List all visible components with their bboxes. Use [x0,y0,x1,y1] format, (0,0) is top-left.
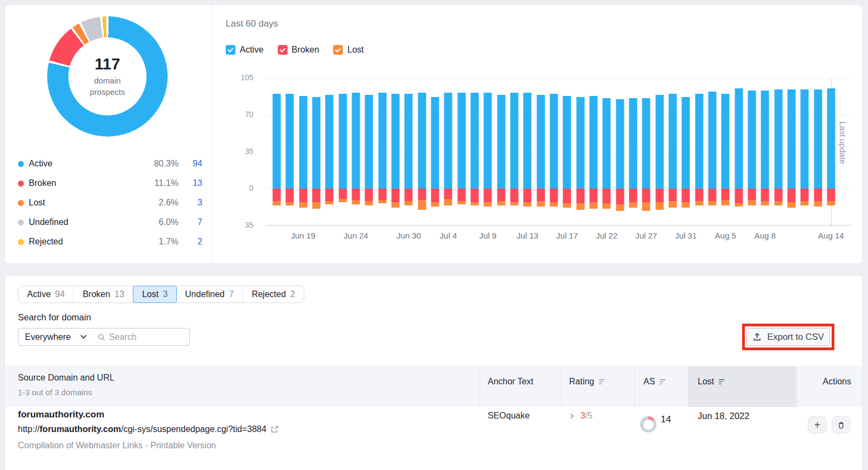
x-tick: Jul 27 [635,231,657,240]
column-rating[interactable]: Rating [569,377,606,387]
checkbox-checked-icon[interactable] [278,45,288,55]
x-tick: Jul 13 [516,231,538,240]
bar-active [735,88,743,189]
export-to-csv-button[interactable]: Export to CSV [746,328,830,346]
bar-day [270,78,283,226]
bar-active [603,98,611,189]
bar-lost [484,202,492,207]
tab-lost[interactable]: Lost3 [133,286,177,303]
bar-active [510,93,519,189]
bar-lost [682,202,690,208]
bar-lost [352,200,360,204]
bar-active [339,94,347,189]
search-input[interactable] [109,332,184,342]
legend-count-link[interactable]: 13 [178,178,202,188]
legend-percent: 1.7% [144,237,178,247]
legend-count-link[interactable]: 94 [178,159,202,169]
external-link-icon[interactable] [270,425,279,434]
authority-score-value: 14 [661,414,671,425]
checkbox-checked-icon[interactable] [333,45,343,55]
tab-label: Lost [142,289,158,299]
column-actions: Actions [823,377,851,387]
bar-lost [801,201,809,205]
bar-day [402,78,415,226]
column-lost[interactable]: Lost [698,377,726,387]
bar-active [352,93,360,189]
bar-broken [352,189,360,200]
prospects-panel: 117 domain prospects Active80.3%94Broken… [5,5,212,263]
bar-active [616,99,624,189]
bar-day [376,78,389,226]
bar-active [312,97,321,189]
bar-lost [326,201,334,204]
checkbox-checked-icon[interactable] [226,45,235,55]
legend-count-link[interactable]: 7 [178,217,202,227]
column-as[interactable]: AS [643,377,667,387]
bar-day [389,78,402,226]
tab-broken[interactable]: Broken13 [74,286,133,302]
bar-day [283,78,296,226]
bar-day [798,78,811,226]
delete-button[interactable] [832,416,851,434]
search-scope-dropdown[interactable]: Everywhere [18,328,93,346]
bar-day [640,78,653,226]
bar-lost [669,201,677,208]
search-for-domain-label: Search for domain [18,312,91,323]
bar-lost [497,201,505,205]
tab-rejected[interactable]: Rejected2 [243,286,304,302]
source-domain[interactable]: forumauthority.com [18,409,104,420]
bar-active [497,95,505,189]
x-tick: Aug 5 [715,231,736,240]
trend-series-filters: ActiveBrokenLost [226,45,364,55]
x-tick: Jun 24 [344,231,368,240]
bar-broken [378,189,386,200]
legend-count-link[interactable]: 2 [178,237,202,247]
prospects-and-trend-card: 117 domain prospects Active80.3%94Broken… [4,4,863,264]
bar-day [825,78,838,226]
bar-lost [273,201,281,205]
bar-lost [655,202,663,210]
bar-broken [682,189,690,202]
bar-active [365,95,373,189]
bar-broken [444,189,452,199]
page-title-description: Compilation of Webmaster Links - Printab… [18,441,216,450]
x-tick: Jul 4 [440,231,457,240]
bar-broken [484,189,492,202]
bar-active [392,94,400,189]
filter-lost[interactable]: Lost [333,45,363,55]
bar-broken [735,189,743,203]
tab-undefined[interactable]: Undefined7 [176,286,243,302]
search-scope-value: Everywhere [25,332,71,342]
anchor-text-value: SEOquake [488,411,529,421]
bar-day [706,78,719,226]
expand-chevron-icon[interactable] [569,413,575,420]
source-url: http://forumauthority.com/cgi-sys/suspen… [18,424,279,434]
filter-broken[interactable]: Broken [278,45,320,55]
bar-day [771,78,784,226]
bar-broken [827,189,835,201]
table-header: Source Domain and URL 1-3 out of 3 domai… [5,366,862,407]
bar-broken [299,189,307,202]
legend-label: Lost [29,198,144,208]
bar-active [524,93,532,189]
column-source-domain: Source Domain and URL [18,373,114,383]
tab-count: 13 [114,289,124,299]
chart-bars: Last update [270,78,838,226]
filter-active[interactable]: Active [226,45,264,55]
upload-icon [752,332,762,342]
donut-center: 117 domain prospects [68,37,146,115]
bar-broken [418,189,426,200]
y-tick: 105 [213,73,253,82]
legend-item-undefined: Undefined6.0%7 [18,213,202,232]
bar-active [405,94,413,189]
sort-icon [660,379,667,385]
bar-active [827,88,835,189]
bar-active [814,89,822,189]
tab-active[interactable]: Active94 [18,286,74,302]
legend-count-link[interactable]: 3 [178,198,202,208]
add-button[interactable]: + [808,416,827,434]
prospects-legend: Active80.3%94Broken11.1%13Lost2.6%3Undef… [18,154,202,252]
domains-panel: Active94Broken13Lost3Undefined7Rejected2… [4,275,863,470]
bar-day [811,78,824,226]
trend-panel: Last 60 days ActiveBrokenLost 1057035035… [212,5,862,263]
